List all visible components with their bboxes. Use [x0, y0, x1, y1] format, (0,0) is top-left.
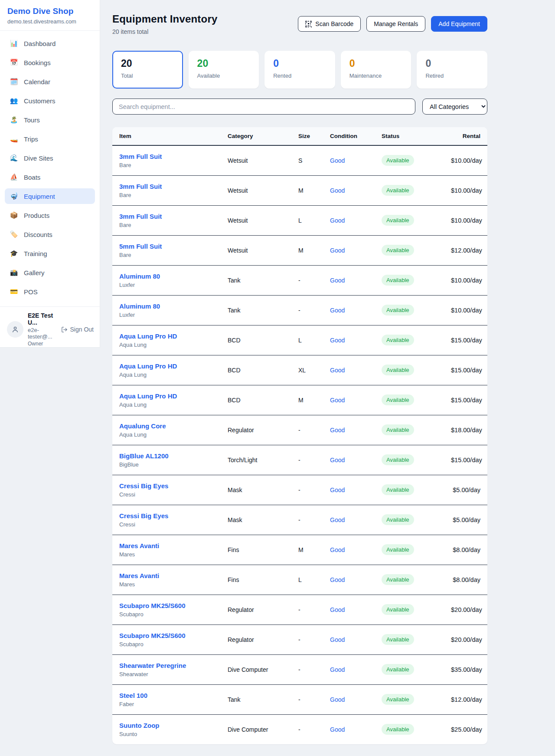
table-row[interactable]: Shearwater Peregrine Shearwater Dive Com…: [112, 654, 487, 684]
manage-rentals-button[interactable]: Manage Rentals: [366, 16, 425, 32]
table-row[interactable]: Suunto Zoop Suunto Dive Computer - Good …: [112, 714, 487, 744]
condition-link[interactable]: Good: [330, 337, 345, 344]
item-name-link[interactable]: 3mm Full Suit: [119, 153, 214, 160]
stat-label: Rented: [273, 72, 326, 79]
item-name-link[interactable]: Steel 100: [119, 692, 214, 699]
sidebar-item-trips[interactable]: 🚤 Trips: [5, 131, 95, 147]
table-row[interactable]: Aqua Lung Pro HD Aqua Lung BCD M Good Av…: [112, 385, 487, 415]
item-name-link[interactable]: Aqualung Core: [119, 422, 214, 430]
table-row[interactable]: Cressi Big Eyes Cressi Mask - Good Avail…: [112, 505, 487, 535]
condition-link[interactable]: Good: [330, 247, 345, 254]
item-rental-rate: $12.00/day: [444, 684, 487, 714]
table-row[interactable]: BigBlue AL1200 BigBlue Torch/Light - Goo…: [112, 445, 487, 475]
condition-link[interactable]: Good: [330, 576, 345, 583]
item-name-link[interactable]: 3mm Full Suit: [119, 213, 214, 220]
stat-label: Total: [121, 72, 174, 79]
equipment-table-card: Item Category Size Condition Status Rent…: [112, 127, 487, 744]
table-row[interactable]: Mares Avanti Mares Fins M Good Available…: [112, 535, 487, 565]
add-equipment-button[interactable]: Add Equipment: [431, 16, 487, 32]
condition-link[interactable]: Good: [330, 427, 345, 434]
condition-link[interactable]: Good: [330, 397, 345, 404]
table-row[interactable]: 3mm Full Suit Bare Wetsuit S Good Availa…: [112, 145, 487, 175]
table-row[interactable]: Cressi Big Eyes Cressi Mask - Good Avail…: [112, 475, 487, 505]
table-row[interactable]: Aqua Lung Pro HD Aqua Lung BCD XL Good A…: [112, 355, 487, 385]
condition-link[interactable]: Good: [330, 606, 345, 613]
item-brand: Mares: [119, 581, 214, 588]
sailboat-icon: ⛵: [10, 173, 18, 181]
stat-card-rented[interactable]: 0 Rented: [264, 51, 335, 89]
table-row[interactable]: Steel 100 Faber Tank - Good Available $1…: [112, 684, 487, 714]
sign-out-button[interactable]: Sign Out: [61, 326, 94, 333]
item-brand: Bare: [119, 162, 214, 168]
status-badge: Available: [382, 634, 414, 645]
sidebar-item-pos[interactable]: 💳 POS: [5, 284, 95, 299]
item-name-link[interactable]: 3mm Full Suit: [119, 183, 214, 190]
item-name-link[interactable]: 5mm Full Suit: [119, 243, 214, 250]
condition-link[interactable]: Good: [330, 457, 345, 463]
table-row[interactable]: Scubapro MK25/S600 Scubapro Regulator - …: [112, 595, 487, 625]
item-name-link[interactable]: Mares Avanti: [119, 572, 214, 579]
item-size: -: [291, 265, 323, 295]
item-name-link[interactable]: Scubapro MK25/S600: [119, 602, 214, 609]
item-name-link[interactable]: BigBlue AL1200: [119, 452, 214, 460]
item-name-link[interactable]: Scubapro MK25/S600: [119, 632, 214, 639]
item-name-link[interactable]: Aqua Lung Pro HD: [119, 362, 214, 370]
table-row[interactable]: Aluminum 80 Luxfer Tank - Good Available…: [112, 295, 487, 325]
item-name-link[interactable]: Aqua Lung Pro HD: [119, 332, 214, 340]
item-name-link[interactable]: Aluminum 80: [119, 273, 214, 280]
category-select[interactable]: All Categories: [422, 99, 487, 115]
stat-value: 20: [197, 58, 251, 69]
item-name-link[interactable]: Cressi Big Eyes: [119, 482, 214, 490]
condition-link[interactable]: Good: [330, 486, 345, 493]
table-row[interactable]: 3mm Full Suit Bare Wetsuit M Good Availa…: [112, 175, 487, 205]
table-row[interactable]: Aqualung Core Aqua Lung Regulator - Good…: [112, 415, 487, 445]
condition-link[interactable]: Good: [330, 187, 345, 194]
sidebar-item-tours[interactable]: 🏝️ Tours: [5, 112, 95, 128]
sidebar-item-dive-sites[interactable]: 🌊 Dive Sites: [5, 150, 95, 166]
sidebar-item-customers[interactable]: 👥 Customers: [5, 93, 95, 108]
item-name-link[interactable]: Shearwater Peregrine: [119, 662, 214, 669]
item-name-link[interactable]: Cressi Big Eyes: [119, 512, 214, 519]
table-row[interactable]: 5mm Full Suit Bare Wetsuit M Good Availa…: [112, 235, 487, 265]
condition-link[interactable]: Good: [330, 726, 345, 733]
sidebar-item-dashboard[interactable]: 📊 Dashboard: [5, 36, 95, 51]
item-name-link[interactable]: Aqua Lung Pro HD: [119, 392, 214, 400]
sidebar-item-boats[interactable]: ⛵ Boats: [5, 169, 95, 185]
item-name-link[interactable]: Suunto Zoop: [119, 722, 214, 729]
table-row[interactable]: Scubapro MK25/S600 Scubapro Regulator - …: [112, 625, 487, 654]
sidebar-item-bookings[interactable]: 📅 Bookings: [5, 55, 95, 70]
table-row[interactable]: 3mm Full Suit Bare Wetsuit L Good Availa…: [112, 205, 487, 235]
sidebar-item-discounts[interactable]: 🏷️ Discounts: [5, 227, 95, 242]
table-row[interactable]: Mares Avanti Mares Fins L Good Available…: [112, 565, 487, 595]
condition-link[interactable]: Good: [330, 636, 345, 643]
sidebar-item-products[interactable]: 📦 Products: [5, 207, 95, 223]
column-header-rental: Rental: [444, 127, 487, 145]
stat-card-total[interactable]: 20 Total: [112, 51, 183, 89]
condition-link[interactable]: Good: [330, 666, 345, 673]
condition-link[interactable]: Good: [330, 516, 345, 523]
item-name-link[interactable]: Aluminum 80: [119, 302, 214, 310]
table-row[interactable]: Aqua Lung Pro HD Aqua Lung BCD L Good Av…: [112, 325, 487, 355]
condition-link[interactable]: Good: [330, 546, 345, 553]
brand-name[interactable]: Demo Dive Shop: [7, 7, 92, 16]
sidebar-item-calendar[interactable]: 🗓️ Calendar: [5, 74, 95, 89]
item-category: Regulator: [221, 595, 291, 625]
sidebar-item-equipment[interactable]: 🤿 Equipment: [5, 188, 95, 204]
item-name-link[interactable]: Mares Avanti: [119, 542, 214, 549]
item-category: Mask: [221, 475, 291, 505]
stat-card-available[interactable]: 20 Available: [189, 51, 259, 89]
condition-link[interactable]: Good: [330, 217, 345, 224]
condition-link[interactable]: Good: [330, 157, 345, 164]
condition-link[interactable]: Good: [330, 277, 345, 284]
sidebar-item-training[interactable]: 🎓 Training: [5, 246, 95, 261]
search-input[interactable]: [112, 99, 415, 115]
stat-card-maintenance[interactable]: 0 Maintenance: [341, 51, 411, 89]
sidebar-item-gallery[interactable]: 📸 Gallery: [5, 265, 95, 280]
table-row[interactable]: Aluminum 80 Luxfer Tank - Good Available…: [112, 265, 487, 295]
stat-card-retired[interactable]: 0 Retired: [417, 51, 487, 89]
condition-link[interactable]: Good: [330, 307, 345, 314]
scan-barcode-button[interactable]: Scan Barcode: [298, 16, 361, 32]
condition-link[interactable]: Good: [330, 696, 345, 703]
condition-link[interactable]: Good: [330, 367, 345, 374]
item-brand: Scubapro: [119, 641, 214, 648]
